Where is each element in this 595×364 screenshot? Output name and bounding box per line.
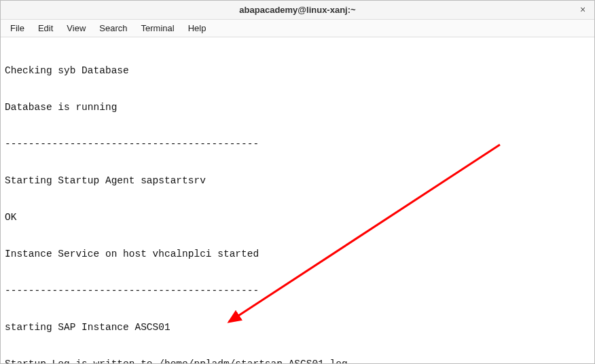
- menu-terminal[interactable]: Terminal: [134, 20, 181, 36]
- terminal-line: Database is running: [5, 101, 590, 113]
- close-icon[interactable]: ×: [577, 3, 589, 16]
- terminal-line: Instance Service on host vhcalnplci star…: [5, 248, 590, 260]
- terminal-line: starting SAP Instance ASCS01: [5, 321, 590, 333]
- window-titlebar: abapacademy@linux-xanj:~ ×: [1, 1, 594, 20]
- terminal-output[interactable]: Checking syb Database Database is runnin…: [1, 37, 594, 363]
- menu-bar: File Edit View Search Terminal Help: [1, 20, 594, 37]
- terminal-line: Startup-Log is written to /home/npladm/s…: [5, 358, 590, 363]
- terminal-line: Checking syb Database: [5, 65, 590, 77]
- menu-view[interactable]: View: [60, 20, 92, 36]
- terminal-line: ----------------------------------------…: [5, 285, 590, 297]
- window-title: abapacademy@linux-xanj:~: [239, 5, 355, 15]
- menu-edit[interactable]: Edit: [31, 20, 60, 36]
- menu-file[interactable]: File: [3, 20, 31, 36]
- terminal-line: Starting Startup Agent sapstartsrv: [5, 175, 590, 187]
- terminal-line: ----------------------------------------…: [5, 138, 590, 150]
- terminal-line: OK: [5, 211, 590, 223]
- menu-help[interactable]: Help: [181, 20, 213, 36]
- menu-search[interactable]: Search: [92, 20, 134, 36]
